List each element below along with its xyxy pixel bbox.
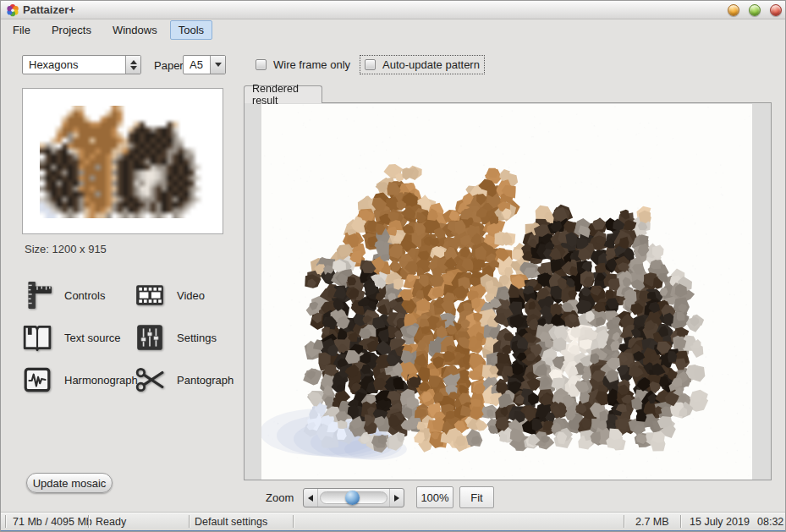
source-image-thumbnail bbox=[30, 96, 215, 227]
menu-projects[interactable]: Projects bbox=[43, 20, 100, 40]
maximize-button[interactable] bbox=[749, 4, 761, 16]
ruler-icon bbox=[22, 280, 52, 310]
status-settings: Default settings bbox=[195, 516, 267, 528]
autoupdate-checkbox[interactable] bbox=[365, 59, 376, 70]
book-icon bbox=[22, 322, 52, 353]
app-logo-icon bbox=[6, 3, 19, 17]
tool-controls[interactable]: Controls bbox=[22, 280, 105, 310]
menu-tools[interactable]: Tools bbox=[170, 20, 212, 40]
zoom-100-button[interactable]: 100% bbox=[416, 486, 453, 508]
rendered-mosaic-canvas bbox=[261, 104, 752, 480]
tool-text-source-label: Text source bbox=[64, 332, 120, 344]
tool-harmonograph[interactable]: Harmonograph bbox=[22, 365, 138, 395]
tool-controls-label: Controls bbox=[64, 289, 105, 302]
paper-label: Paper bbox=[154, 59, 184, 72]
autoupdate-label: Auto-update pattern bbox=[382, 58, 480, 71]
close-button[interactable] bbox=[770, 4, 782, 16]
tool-settings-label: Settings bbox=[177, 332, 217, 344]
minimize-button[interactable] bbox=[728, 4, 739, 16]
waveform-icon bbox=[22, 365, 52, 395]
pattern-select[interactable]: Hexagons bbox=[22, 55, 141, 74]
status-time: 08:32 bbox=[757, 516, 783, 528]
tool-pantograph-label: Pantograph bbox=[177, 374, 234, 387]
tool-video[interactable]: Video bbox=[135, 280, 205, 310]
sliders-icon bbox=[135, 322, 165, 353]
status-memory: 71 Mb / 4095 Mb bbox=[13, 516, 92, 528]
autoupdate-checkbox-row[interactable]: Auto-update pattern bbox=[360, 56, 484, 74]
status-date: 15 July 2019 bbox=[690, 516, 750, 528]
status-file-size: 2.7 MB bbox=[635, 516, 669, 528]
paper-select-dropdown-icon[interactable] bbox=[210, 56, 225, 74]
tool-settings[interactable]: Settings bbox=[135, 322, 217, 353]
menu-file[interactable]: File bbox=[4, 20, 39, 40]
tool-harmonograph-label: Harmonograph bbox=[64, 374, 138, 387]
rendered-result-panel bbox=[244, 102, 772, 480]
pattern-select-spinner-icon[interactable] bbox=[125, 56, 140, 74]
wireframe-checkbox-row[interactable]: Wire frame only bbox=[251, 56, 355, 74]
menu-windows[interactable]: Windows bbox=[104, 20, 166, 40]
tool-pantograph[interactable]: Pantograph bbox=[135, 365, 234, 395]
zoom-label: Zoom bbox=[266, 491, 294, 504]
zoom-slider[interactable] bbox=[303, 488, 404, 507]
menu-bar: File Projects Windows Tools bbox=[4, 20, 217, 39]
paper-select[interactable]: A5 bbox=[183, 55, 226, 74]
wireframe-label: Wire frame only bbox=[273, 58, 350, 71]
source-image-panel bbox=[22, 88, 223, 234]
window-title: Pattaizer+ bbox=[23, 3, 75, 16]
zoom-out-arrow-icon[interactable] bbox=[304, 489, 318, 507]
zoom-slider-thumb[interactable] bbox=[345, 491, 360, 505]
tool-text-source[interactable]: Text source bbox=[22, 322, 120, 353]
status-bar: 71 Mb / 4095 Mb Ready Default settings 2… bbox=[1, 512, 786, 530]
tool-video-label: Video bbox=[177, 289, 205, 302]
zoom-in-arrow-icon[interactable] bbox=[389, 489, 404, 507]
title-bar: Pattaizer+ bbox=[1, 1, 785, 19]
scissors-icon bbox=[135, 365, 165, 395]
zoom-fit-button[interactable]: Fit bbox=[459, 486, 494, 508]
rendered-result-tab[interactable]: Rendered result bbox=[244, 85, 322, 103]
status-state: Ready bbox=[96, 516, 126, 528]
update-mosaic-button[interactable]: Update mosaic bbox=[26, 473, 113, 493]
pattern-select-value: Hexagons bbox=[23, 58, 125, 71]
wireframe-checkbox[interactable] bbox=[256, 59, 267, 70]
app-window: Pattaizer+ File Projects Windows Tools H… bbox=[0, 0, 786, 532]
paper-select-value: A5 bbox=[184, 58, 210, 71]
film-icon bbox=[135, 280, 165, 310]
source-size-label: Size: 1200 x 915 bbox=[25, 243, 107, 255]
